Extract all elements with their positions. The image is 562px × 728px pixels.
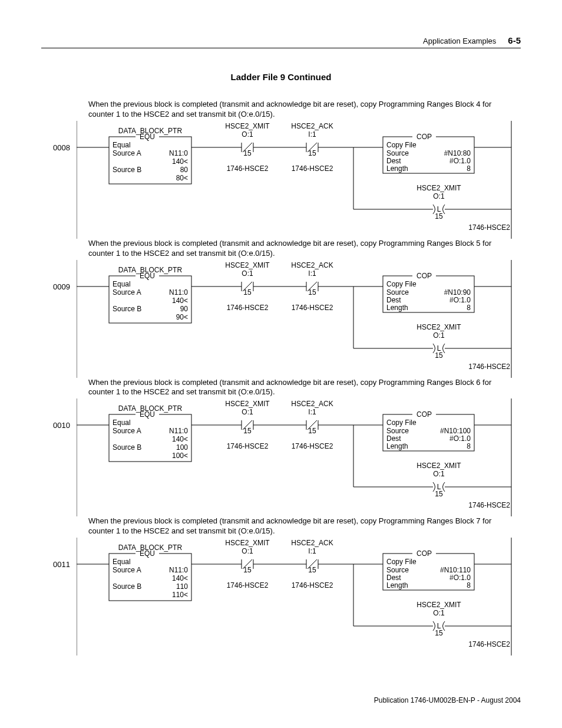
xio2-mod: 1746-HSCE2: [292, 581, 333, 589]
cop-line1: Copy File: [386, 141, 416, 149]
rung-comment: When the previous block is completed (tr…: [88, 239, 501, 259]
cop-line1: Copy File: [386, 419, 416, 427]
cop-len-label: Length: [386, 304, 408, 312]
equ-tag: EQU: [140, 133, 155, 141]
cop-line1: Copy File: [386, 280, 416, 288]
ladder-diagram: When the previous block is completed (tr…: [53, 100, 521, 655]
cop-len-val: 8: [467, 581, 471, 589]
equ-srcb-val: 80: [180, 166, 189, 174]
xio1-name: HSCE2_XMIT: [225, 261, 270, 269]
rung: When the previous block is completed (tr…: [53, 378, 521, 517]
equ-srcb-val: 110: [176, 582, 188, 591]
xio2-name: HSCE2_ACK: [291, 539, 333, 547]
otl-name: HSCE2_XMIT: [416, 601, 461, 609]
xio2-bit: 15: [308, 288, 316, 297]
cop-tag: COP: [416, 410, 432, 419]
otl-mod: 1746-HSCE2: [468, 640, 510, 648]
equ-srca-val: N11:0: [169, 288, 188, 297]
xio2-addr: I:1: [308, 547, 316, 555]
otl-name: HSCE2_XMIT: [416, 323, 461, 331]
rung-body: 0011DATA_BLOCK_PTREQUEqualSource AN11:01…: [53, 538, 521, 655]
cop-tag: COP: [416, 133, 432, 141]
xio2-bit: 15: [308, 149, 316, 157]
rung-body: 0009DATA_BLOCK_PTREQUEqualSource AN11:01…: [53, 260, 521, 378]
cop-dest-label: Dest: [386, 157, 401, 165]
rung-comment: When the previous block is completed (tr…: [88, 100, 501, 120]
rung-number: 0009: [53, 260, 77, 291]
equ-srcb-label: Source B: [113, 166, 141, 174]
cop-len-val: 8: [467, 442, 471, 450]
xio1-bit: 15: [243, 427, 252, 435]
xio2-bit: 15: [308, 427, 316, 435]
equ-srca-val: N11:0: [169, 149, 188, 157]
equ-tag: EQU: [140, 410, 155, 419]
cop-src-label: Source: [386, 149, 409, 157]
equ-srcb-val2: 90<: [176, 313, 188, 321]
equ-line1: Equal: [113, 419, 131, 427]
otl-addr: O:1: [433, 192, 445, 200]
header-title: Application Examples: [423, 37, 496, 45]
xio2-mod: 1746-HSCE2: [292, 304, 333, 312]
footer-publication: Publication 1746-UM002B-EN-P - August 20…: [374, 696, 521, 704]
cop-dest-label: Dest: [386, 574, 401, 582]
otl-mod: 1746-HSCE2: [468, 363, 510, 371]
xio1-bit: 15: [243, 288, 252, 297]
cop-dest-label: Dest: [386, 434, 401, 443]
xio1-mod: 1746-HSCE2: [227, 581, 269, 589]
otl-mod: 1746-HSCE2: [468, 501, 510, 509]
xio2-name: HSCE2_ACK: [291, 122, 333, 130]
cop-dest-val: #O:1.0: [449, 434, 471, 443]
otl-addr: O:1: [433, 331, 445, 340]
equ-line1: Equal: [113, 141, 131, 149]
xio2-addr: I:1: [308, 408, 316, 416]
cop-dest-val: #O:1.0: [449, 296, 471, 304]
rung-graphic: DATA_BLOCK_PTREQUEqualSource AN11:0140<S…: [77, 260, 513, 378]
xio1-name: HSCE2_XMIT: [225, 122, 270, 130]
equ-srca-val2: 140<: [172, 157, 188, 166]
cop-src-val: #N10:110: [440, 566, 471, 574]
rung-graphic: DATA_BLOCK_PTREQUEqualSource AN11:0140<S…: [77, 121, 513, 239]
xio2-name: HSCE2_ACK: [291, 261, 333, 269]
otl-mod: 1746-HSCE2: [468, 223, 510, 232]
equ-srca-val2: 140<: [172, 435, 188, 443]
equ-srca-val: N11:0: [169, 427, 188, 435]
cop-src-val: #N10:90: [444, 288, 471, 297]
cop-dest-val: #O:1.0: [449, 157, 471, 165]
rung-graphic: DATA_BLOCK_PTREQUEqualSource AN11:0140<S…: [77, 538, 513, 655]
xio1-addr: O:1: [242, 130, 253, 139]
rung-number: 0008: [53, 121, 77, 152]
rung: When the previous block is completed (tr…: [53, 239, 521, 378]
equ-srcb-label: Source B: [113, 443, 141, 452]
equ-srca-label: Source A: [113, 149, 141, 157]
rung: When the previous block is completed (tr…: [53, 100, 521, 239]
equ-srcb-label: Source B: [113, 582, 141, 591]
xio1-name: HSCE2_XMIT: [225, 400, 270, 408]
equ-srcb-val2: 100<: [172, 452, 188, 460]
equ-srcb-label: Source B: [113, 305, 141, 313]
rung-number: 0011: [53, 538, 77, 569]
cop-dest-val: #O:1.0: [449, 574, 471, 582]
xio1-mod: 1746-HSCE2: [227, 442, 269, 450]
equ-line1: Equal: [113, 280, 131, 288]
rung-comment: When the previous block is completed (tr…: [88, 378, 501, 398]
equ-tag: EQU: [140, 549, 155, 558]
xio1-mod: 1746-HSCE2: [227, 164, 269, 173]
cop-src-label: Source: [386, 288, 409, 297]
xio2-name: HSCE2_ACK: [291, 400, 333, 408]
rung: When the previous block is completed (tr…: [53, 516, 521, 655]
otl-bit: 15: [435, 212, 443, 220]
cop-tag: COP: [416, 272, 432, 280]
xio2-bit: 15: [308, 566, 316, 574]
page: Application Examples 6-5 Ladder File 9 C…: [0, 0, 562, 728]
cop-tag: COP: [416, 549, 432, 558]
xio2-addr: I:1: [308, 130, 316, 139]
page-header: Application Examples 6-5: [41, 35, 521, 48]
xio1-addr: O:1: [242, 547, 253, 555]
xio2-mod: 1746-HSCE2: [292, 442, 333, 450]
otl-bit: 15: [435, 490, 443, 498]
equ-srcb-val2: 80<: [176, 174, 188, 182]
xio2-mod: 1746-HSCE2: [292, 164, 333, 173]
cop-src-label: Source: [386, 566, 409, 574]
rung-graphic: DATA_BLOCK_PTREQUEqualSource AN11:0140<S…: [77, 398, 513, 516]
rung-body: 0008DATA_BLOCK_PTREQUEqualSource AN11:01…: [53, 121, 521, 239]
